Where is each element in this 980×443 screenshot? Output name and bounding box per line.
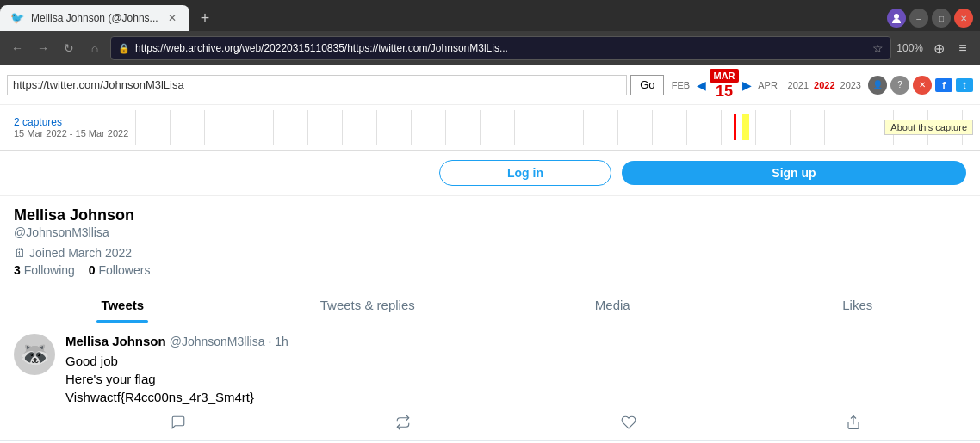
year-next: 2023 <box>840 80 861 90</box>
login-button[interactable]: Log in <box>439 160 611 186</box>
refresh-button[interactable]: ↻ <box>59 38 79 58</box>
tweet-list: 🦝 Mellisa Johnson @JohnsonM3llisa · 1h G… <box>0 323 980 441</box>
current-day-label: 15 <box>716 83 733 101</box>
signup-button[interactable]: Sign up <box>622 161 966 185</box>
tweet-line1: Good job <box>65 352 966 370</box>
browser-toolbar: ← → ↻ ⌂ 🔒 https://web.archive.org/web/20… <box>0 31 980 65</box>
current-month-label: MAR <box>710 69 738 83</box>
tweet-author-handle: @JohnsonM3llisa <box>170 335 265 348</box>
year-current: 2022 <box>814 80 834 90</box>
captures-link[interactable]: 2 captures <box>7 116 128 128</box>
tweet-tabs: Tweets Tweets & replies Media Likes <box>0 287 980 323</box>
tweet-line3: Vishwactf{R4cc00ns_4r3_Sm4rt} <box>65 388 966 406</box>
toolbar-actions: ⊕ ≡ <box>928 38 973 58</box>
close-window-button[interactable]: ✕ <box>954 9 973 28</box>
svg-point-0 <box>894 14 899 19</box>
wayback-user-icon: 👤 <box>868 76 887 95</box>
wayback-month-nav: FEB ◀ MAR 15 ▶ APR <box>667 69 780 101</box>
date-range: 15 Mar 2022 - 15 Mar 2022 <box>7 128 128 138</box>
menu-button[interactable]: ≡ <box>952 38 973 58</box>
following-label: Following <box>24 263 75 277</box>
security-icon: 🔒 <box>118 43 130 54</box>
followers-count: 0 <box>89 263 96 277</box>
wayback-calendar-row: 2 captures 15 Mar 2022 - 15 Mar 2022 Abo… <box>0 105 980 150</box>
back-button[interactable]: ← <box>7 38 28 58</box>
tab-tweets[interactable]: Tweets <box>0 287 245 323</box>
followers-stat[interactable]: 0 Followers <box>89 263 151 277</box>
profile-handle: @JohnsonM3llisa <box>14 225 150 239</box>
retweet-action[interactable] <box>395 415 411 430</box>
calendar-icon: 🗓 <box>14 246 26 260</box>
profile-joined: 🗓 Joined March 2022 <box>14 246 150 260</box>
reply-action[interactable] <box>171 415 186 430</box>
tweet-item: 🦝 Mellisa Johnson @JohnsonM3llisa · 1h G… <box>0 323 980 441</box>
new-tab-button[interactable]: + <box>193 6 217 30</box>
forward-button[interactable]: → <box>33 38 53 58</box>
browser-window: 🐦 Mellisa Johnson (@Johns... ✕ + – □ ✕ ←… <box>0 0 980 441</box>
next-month-label: APR <box>755 80 781 90</box>
twitter-page: Log in Sign up Mellisa Johnson @JohnsonM… <box>0 151 980 441</box>
wayback-help-icon[interactable]: ? <box>890 76 909 95</box>
close-tab-button[interactable]: ✕ <box>165 11 179 25</box>
bookmark-icon[interactable]: ☆ <box>872 41 884 55</box>
tweet-author-name: Mellisa Johnson <box>65 334 166 348</box>
tweet-header: Mellisa Johnson @JohnsonM3llisa · 1h <box>65 334 966 348</box>
profile-name: Mellisa Johnson <box>14 206 150 225</box>
twitter-top-bar: Log in Sign up <box>0 151 980 196</box>
year-prev: 2021 <box>788 80 809 90</box>
tab-bar: 🐦 Mellisa Johnson (@Johns... ✕ + – □ ✕ <box>0 0 980 31</box>
facebook-share-icon[interactable]: f <box>935 78 952 92</box>
tab-title: Mellisa Johnson (@Johns... <box>31 12 158 24</box>
wayback-go-button[interactable]: Go <box>630 75 664 95</box>
about-capture-button[interactable]: About this capture <box>884 120 973 135</box>
profile-section: Mellisa Johnson @JohnsonM3llisa 🗓 Joined… <box>0 196 980 287</box>
tab-favicon: 🐦 <box>10 11 24 25</box>
tab-tweets-replies[interactable]: Tweets & replies <box>245 287 491 323</box>
followers-label: Followers <box>99 263 151 277</box>
joined-text: Joined March 2022 <box>29 246 132 260</box>
tweet-time: · 1h <box>268 335 288 348</box>
profile-stats: 3 Following 0 Followers <box>14 263 150 277</box>
tweet-line2: Here's your flag <box>65 370 966 388</box>
tweet-body: Mellisa Johnson @JohnsonM3llisa · 1h Goo… <box>65 334 966 430</box>
wayback-url-row: Go FEB ◀ MAR 15 ▶ APR 2021 2022 2023 <box>0 65 980 105</box>
maximize-button[interactable]: □ <box>932 9 951 28</box>
wayback-close-icon[interactable]: ✕ <box>913 76 932 95</box>
share-action[interactable] <box>846 415 861 430</box>
wayback-url-input[interactable] <box>7 75 627 95</box>
address-text: https://web.archive.org/web/202203151108… <box>135 42 867 54</box>
tab-likes[interactable]: Likes <box>735 287 981 323</box>
active-tab[interactable]: 🐦 Mellisa Johnson (@Johns... ✕ <box>0 5 189 31</box>
tweet-avatar: 🦝 <box>14 334 55 375</box>
zoom-level: 100% <box>896 42 923 54</box>
profile-icon[interactable] <box>887 9 906 28</box>
profile-info: Mellisa Johnson @JohnsonM3llisa 🗓 Joined… <box>14 206 966 287</box>
minimize-button[interactable]: – <box>909 9 928 28</box>
prev-arrow[interactable]: ◀ <box>697 78 706 92</box>
timeline <box>135 110 966 145</box>
like-action[interactable] <box>621 415 636 430</box>
following-stat[interactable]: 3 Following <box>14 263 75 277</box>
following-count: 3 <box>14 263 21 277</box>
timeline-marker-red <box>734 114 736 140</box>
address-bar[interactable]: 🔒 https://web.archive.org/web/2022031511… <box>110 36 891 60</box>
next-arrow[interactable]: ▶ <box>742 78 752 92</box>
extensions-button[interactable]: ⊕ <box>928 38 949 58</box>
prev-month-label: FEB <box>667 80 693 90</box>
timeline-marker-yellow <box>742 114 749 140</box>
tweet-actions <box>65 415 966 430</box>
twitter-share-icon[interactable]: t <box>956 78 973 92</box>
tweet-text: Good job Here's your flag Vishwactf{R4cc… <box>65 352 966 406</box>
browser-controls: – □ ✕ <box>887 9 980 28</box>
home-button[interactable]: ⌂ <box>84 38 105 58</box>
current-month-block: MAR 15 <box>710 69 738 101</box>
tab-media[interactable]: Media <box>490 287 735 323</box>
wayback-bar: Go FEB ◀ MAR 15 ▶ APR 2021 2022 2023 <box>0 65 980 151</box>
